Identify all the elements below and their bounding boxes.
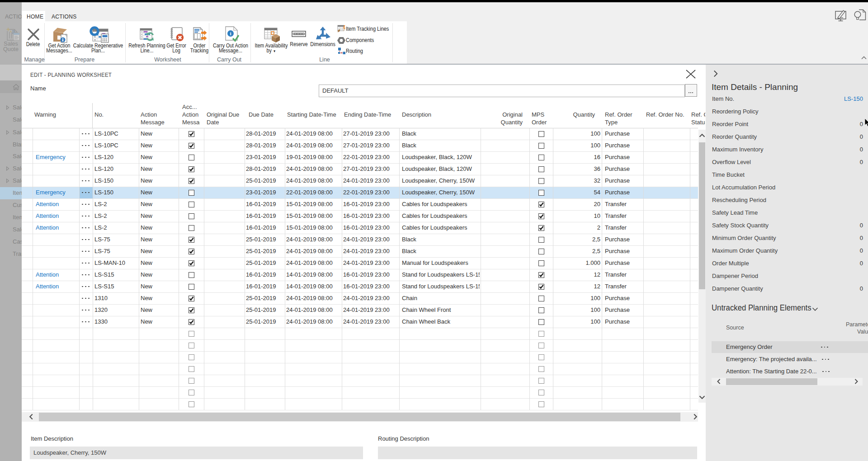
svg-text:i: i (230, 31, 231, 36)
